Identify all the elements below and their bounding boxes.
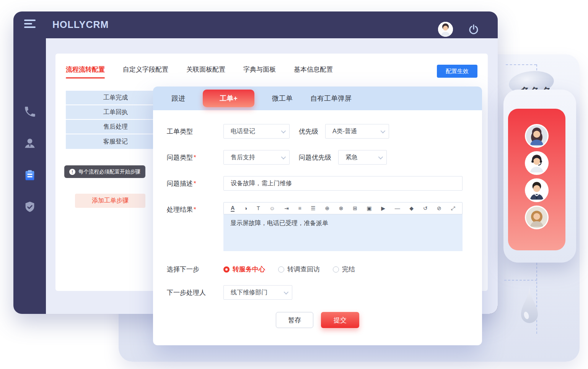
app-title: HOLLYCRM <box>52 19 109 30</box>
issue-desc-label: 问题描述* <box>167 179 223 188</box>
multi-role-panel <box>508 109 565 250</box>
contacts-icon[interactable] <box>23 137 36 150</box>
tab-custom-fields[interactable]: 自定义字段配置 <box>123 65 168 78</box>
divider-icon[interactable]: — <box>395 206 400 211</box>
list-item[interactable]: 售后处理 <box>66 120 165 134</box>
delete-icon[interactable]: ⊘ <box>437 206 441 211</box>
next-handler-select[interactable]: 线下维修部门 <box>223 285 292 300</box>
ticket-type-label: 工单类型 <box>167 127 223 136</box>
tab-own-ticket-popup[interactable]: 自有工单弹屏 <box>310 94 352 103</box>
unlink-icon[interactable]: ⊗ <box>339 206 344 211</box>
issue-type-label: 问题类型* <box>167 153 223 162</box>
dashed-line <box>506 64 536 65</box>
page-tab-bar: 流程流转配置 自定义字段配置 关联面板配置 字典与面板 基本信息配置 <box>66 65 333 78</box>
issue-priority-select[interactable]: 紧急 <box>338 150 387 165</box>
rich-text-editor: A ◑ T ☺ ⇥ ≡ ☰ ⊕ ⊗ ⊞ ▣ ▶ — ◆ ↺ <box>223 202 463 251</box>
result-label: 处理结果* <box>167 205 223 214</box>
chevron-down-icon <box>378 154 383 159</box>
eraser-icon[interactable]: ◆ <box>409 206 414 211</box>
tooltip-text: 每个流程必须配置开始步骤 <box>78 168 140 175</box>
tab-micro-ticket[interactable]: 微工单 <box>272 94 293 103</box>
ticket-type-select[interactable]: 电话登记 <box>223 124 290 139</box>
video-icon[interactable]: ▶ <box>381 206 385 211</box>
radio-finish[interactable]: 完结 <box>333 265 355 274</box>
issue-priority-label: 问题优先级 <box>299 153 331 162</box>
chevron-down-icon <box>281 154 286 159</box>
tab-process-flow[interactable]: 流程流转配置 <box>66 65 105 78</box>
hint-tooltip: ! 每个流程必须配置开始步骤 <box>64 165 145 178</box>
ticket-form: 工单类型 电话登记 优先级 A类-普通 问题类型* 售后支持 <box>153 110 482 328</box>
apply-config-button[interactable]: 配置生效 <box>437 65 477 78</box>
menu-icon[interactable] <box>24 20 37 29</box>
chevron-down-icon <box>281 128 286 133</box>
text-style-icon[interactable]: A <box>231 205 235 212</box>
submit-button[interactable]: 提交 <box>321 312 359 328</box>
issue-type-select[interactable]: 售后支持 <box>223 150 290 165</box>
sidebar <box>13 38 46 314</box>
issue-desc-input[interactable]: 设备故障，需上门维修 <box>223 176 463 191</box>
radio-icon <box>278 266 284 273</box>
modal-footer: 暂存 提交 <box>167 312 468 328</box>
user-avatar[interactable] <box>438 22 453 37</box>
modal-tab-bar: 跟进 工单+ 微工单 自有工单弹屏 <box>153 87 482 110</box>
list-item[interactable]: 工单完成 <box>66 91 165 105</box>
workflow-step-list: 工单完成 工单回执 售后处理 客服登记 <box>66 91 165 149</box>
list-item[interactable]: 工单回执 <box>66 105 165 120</box>
table-icon[interactable]: ⊞ <box>353 206 357 211</box>
topbar: HOLLYCRM <box>13 11 498 38</box>
priority-select[interactable]: A类-普通 <box>325 124 389 139</box>
radio-service-center[interactable]: 转服务中心 <box>223 265 265 274</box>
undo-icon[interactable]: ↺ <box>423 206 428 211</box>
radio-survey-callback[interactable]: 转调查回访 <box>278 265 320 274</box>
add-step-button[interactable]: 添加工单步骤 <box>75 194 145 208</box>
radio-icon <box>333 266 339 273</box>
chevron-down-icon <box>284 289 289 294</box>
avatar-agent-headset <box>525 151 549 175</box>
result-textarea[interactable]: 显示屏故障，电话已受理，准备派单 <box>223 214 463 251</box>
phone-icon[interactable] <box>23 105 36 118</box>
tab-linked-panel[interactable]: 关联面板配置 <box>186 65 225 78</box>
tab-ticket-plus[interactable]: 工单+ <box>203 90 254 107</box>
tab-dictionary[interactable]: 字典与面板 <box>243 65 276 78</box>
droplet-shape <box>517 284 542 331</box>
security-icon[interactable] <box>23 201 36 214</box>
power-icon[interactable] <box>468 24 479 35</box>
dashed-line <box>504 280 537 281</box>
list-item[interactable]: 客服登记 <box>66 134 165 149</box>
radio-icon <box>223 266 230 273</box>
add-link-icon[interactable]: ⊕ <box>325 206 329 211</box>
editor-toolbar: A ◑ T ☺ ⇥ ≡ ☰ ⊕ ⊗ ⊞ ▣ ▶ — ◆ ↺ <box>223 202 463 214</box>
avatar-agent-female <box>525 124 549 148</box>
palette-icon[interactable]: ◑ <box>244 206 247 211</box>
fullscreen-icon[interactable]: ⤢ <box>451 206 455 211</box>
font-size-icon[interactable]: T <box>257 206 260 211</box>
exclamation-icon: ! <box>69 169 75 175</box>
bullet-list-icon[interactable]: ☰ <box>311 206 316 211</box>
indent-icon[interactable]: ⇥ <box>284 206 289 211</box>
avatar-agent-male <box>525 178 549 202</box>
next-step-label: 选择下一步 <box>167 265 223 274</box>
tasks-icon[interactable] <box>23 169 36 182</box>
save-draft-button[interactable]: 暂存 <box>276 312 313 328</box>
chevron-down-icon <box>381 128 386 133</box>
next-step-radio-group: 转服务中心 转调查回访 完结 <box>223 265 355 274</box>
screen: HOLLYCRM <box>0 0 588 369</box>
tab-follow-up[interactable]: 跟进 <box>171 94 185 103</box>
emoji-icon[interactable]: ☺ <box>269 206 275 211</box>
next-handler-label: 下一步处理人 <box>167 288 223 297</box>
tab-basic-info[interactable]: 基本信息配置 <box>294 65 333 78</box>
ticket-modal: 跟进 工单+ 微工单 自有工单弹屏 工单类型 电话登记 优先级 A类-普通 <box>153 87 482 345</box>
image-icon[interactable]: ▣ <box>367 206 372 211</box>
avatar-agent-blonde <box>525 206 549 229</box>
priority-label: 优先级 <box>299 127 318 136</box>
align-icon[interactable]: ≡ <box>298 206 301 211</box>
